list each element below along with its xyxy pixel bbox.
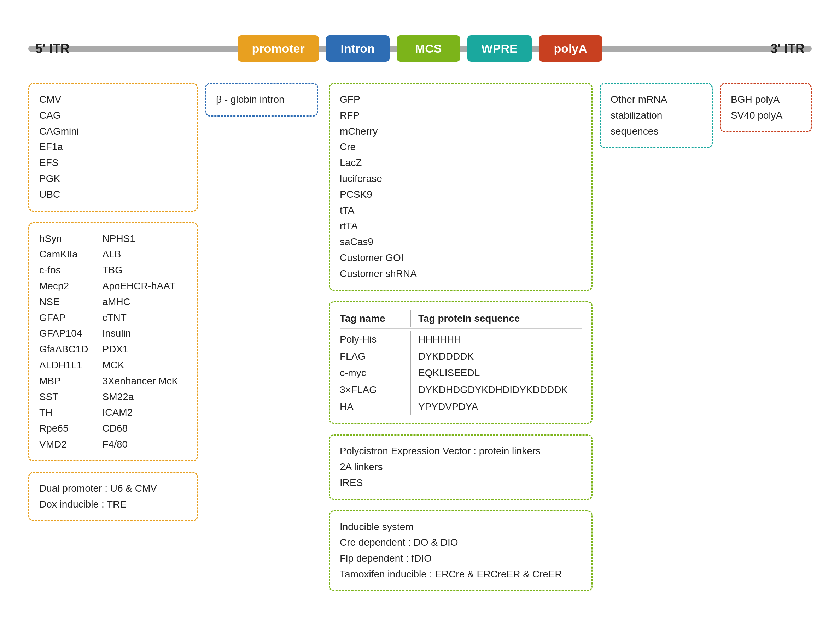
diagram-section: 5′ ITR promoter Intron MCS WPRE polyA 3′…	[28, 35, 812, 62]
tag-header-right: Tag protein sequence	[418, 310, 520, 327]
promoter-box: promoter	[238, 35, 319, 62]
itr3-label: 3′ ITR	[763, 41, 812, 56]
tag-row-flag: FLAG DYKDDDDK	[340, 348, 581, 365]
promoter-two-col: hSyn CamKIIa c-fos Mecp2 NSE GFAP GFAP10…	[39, 231, 187, 452]
promoter-list-2: hSyn CamKIIa c-fos Mecp2 NSE GFAP GFAP10…	[28, 222, 198, 461]
promoter-col2: NPHS1 ALB TBG ApoEHCR-hAAT aMHC cTNT Ins…	[103, 231, 178, 452]
promoter-list-1: CMV CAG CAGmini EF1a EFS PGK UBC	[28, 83, 198, 212]
wpre-box: WPRE	[467, 35, 532, 62]
mcs-tag-table: Tag name Tag protein sequence Poly-His H…	[329, 301, 592, 424]
col-promoter: CMV CAG CAGmini EF1a EFS PGK UBC hSyn Ca…	[28, 83, 198, 607]
col-mcs: GFP RFP mCherry Cre LacZ luciferase PCSK…	[318, 83, 592, 607]
mcs-box: MCS	[397, 35, 460, 62]
tag-row-3xflag: 3×FLAG DYKDHDGDYKDHDIDYKDDDDK	[340, 381, 581, 398]
wpre-list-1: Other mRNA stabilization sequences	[600, 83, 713, 148]
tag-divider	[411, 398, 411, 416]
mcs-list-1: GFP RFP mCherry Cre LacZ luciferase PCSK…	[329, 83, 592, 291]
tag-row-cmyc: c-myc EQKLISEEDL	[340, 365, 581, 381]
itr5-label: 5′ ITR	[28, 41, 77, 56]
col-polya: BGH polyA SV40 polyA	[713, 83, 812, 607]
tag-divider	[411, 381, 411, 398]
polya-list-1: BGH polyA SV40 polyA	[720, 83, 812, 132]
tag-divider	[411, 331, 411, 348]
promoter-list-3: Dual promoter : U6 & CMV Dox inducible :…	[28, 472, 198, 521]
tag-header-row: Tag name Tag protein sequence	[340, 310, 581, 327]
tag-divider	[411, 365, 411, 381]
intron-list-1: β - globin intron	[205, 83, 318, 116]
component-boxes: promoter Intron MCS WPRE polyA	[77, 35, 764, 62]
content-area: CMV CAG CAGmini EF1a EFS PGK UBC hSyn Ca…	[28, 83, 812, 607]
tag-row-ha: HA YPYDVPDYA	[340, 398, 581, 416]
col-wpre: Other mRNA stabilization sequences	[592, 83, 713, 607]
tag-divider	[411, 348, 411, 365]
mcs-list-3: Polycistron Expression Vector : protein …	[329, 434, 592, 499]
promoter-col1: hSyn CamKIIa c-fos Mecp2 NSE GFAP GFAP10…	[39, 231, 88, 452]
tag-header-left: Tag name	[340, 310, 403, 327]
intron-box: Intron	[326, 35, 390, 62]
mcs-list-4: Inducible system Cre dependent : DO & DI…	[329, 510, 592, 591]
main-container: 5′ ITR promoter Intron MCS WPRE polyA 3′…	[0, 0, 840, 628]
tag-row-polyHis: Poly-His HHHHHH	[340, 331, 581, 348]
tag-divider	[411, 310, 411, 327]
tag-sep	[340, 328, 581, 329]
polya-box: polyA	[539, 35, 602, 62]
col-intron: β - globin intron	[198, 83, 318, 607]
